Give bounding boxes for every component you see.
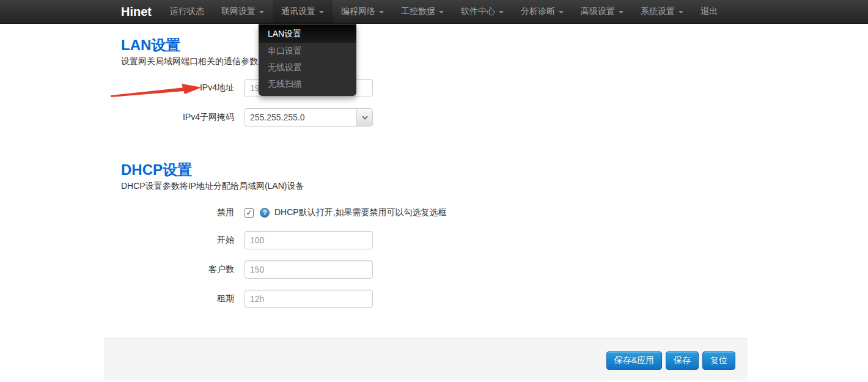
nav-item-label: 通讯设置 bbox=[281, 6, 315, 17]
reset-button[interactable]: 复位 bbox=[702, 351, 735, 370]
nav-item-logout[interactable]: 退出 bbox=[692, 0, 726, 23]
caret-down-icon bbox=[259, 11, 264, 13]
dhcp-disable-label: 禁用 bbox=[121, 207, 234, 218]
dropdown-item-lan-settings[interactable]: LAN设置 bbox=[259, 25, 356, 43]
nav-item-communication-settings[interactable]: 通讯设置 bbox=[273, 0, 333, 23]
dhcp-lease-input[interactable] bbox=[245, 290, 373, 308]
save-and-apply-button[interactable]: 保存&应用 bbox=[606, 351, 662, 370]
caret-down-icon bbox=[319, 11, 324, 13]
dhcp-disable-help-text: DHCP默认打开,如果需要禁用可以勾选复选框 bbox=[274, 207, 447, 218]
main-content: LAN设置 设置网关局域网端口相关的通信参数 IPv4地址 IPv4子网掩码 2… bbox=[104, 24, 748, 380]
dropdown-item-wireless-scan[interactable]: 无线扫描 bbox=[259, 76, 356, 92]
brand-logo[interactable]: Hinet bbox=[121, 0, 152, 23]
nav-item-label: 分析诊断 bbox=[521, 6, 555, 17]
dhcp-clients-row: 客户数 bbox=[121, 260, 748, 279]
nav-item-label: 编程网络 bbox=[341, 6, 375, 17]
nav-item-status[interactable]: 运行状态 bbox=[161, 0, 213, 23]
ipv4-netmask-select[interactable]: 255.255.255.0 bbox=[245, 108, 373, 127]
ipv4-netmask-value: 255.255.255.0 bbox=[245, 109, 356, 126]
dhcp-lease-label: 租期 bbox=[121, 293, 234, 304]
ipv4-address-row: IPv4地址 bbox=[121, 79, 748, 97]
nav-item-industrial-data[interactable]: 工控数据 bbox=[392, 0, 452, 23]
red-annotation-arrow bbox=[109, 82, 207, 99]
dhcp-start-row: 开始 bbox=[121, 231, 748, 249]
nav-item-programming-network[interactable]: 编程网络 bbox=[333, 0, 392, 23]
nav-item-system-settings[interactable]: 系统设置 bbox=[632, 0, 692, 23]
dropdown-item-wireless-settings[interactable]: 无线设置 bbox=[259, 59, 356, 76]
dhcp-disable-row: 禁用 ✓ ? DHCP默认打开,如果需要禁用可以勾选复选框 bbox=[121, 207, 748, 218]
dhcp-clients-input[interactable] bbox=[245, 260, 373, 279]
top-navbar: Hinet 运行状态 联网设置 通讯设置 编程网络 工控数据 软件中心 分析诊断… bbox=[0, 0, 868, 24]
communication-settings-dropdown: LAN设置 串口设置 无线设置 无线扫描 bbox=[259, 24, 356, 96]
help-question-icon: ? bbox=[260, 208, 270, 218]
nav-item-label: 退出 bbox=[701, 6, 718, 17]
lan-section-title: LAN设置 bbox=[121, 37, 748, 54]
action-bar: 保存&应用 保存 复位 bbox=[104, 338, 748, 380]
dhcp-start-input[interactable] bbox=[245, 231, 373, 249]
dhcp-clients-label: 客户数 bbox=[121, 264, 234, 275]
save-button[interactable]: 保存 bbox=[666, 351, 699, 370]
nav-item-network-settings[interactable]: 联网设置 bbox=[213, 0, 273, 23]
lan-section-subtitle: 设置网关局域网端口相关的通信参数 bbox=[121, 56, 748, 66]
nav-item-label: 运行状态 bbox=[170, 6, 204, 17]
ipv4-netmask-row: IPv4子网掩码 255.255.255.0 bbox=[121, 108, 748, 127]
dhcp-settings-section: DHCP设置 DHCP设置参数将IP地址分配给局域网(LAN)设备 禁用 ✓ ?… bbox=[104, 161, 748, 308]
dhcp-lease-row: 租期 bbox=[121, 290, 748, 308]
dhcp-section-subtitle: DHCP设置参数将IP地址分配给局域网(LAN)设备 bbox=[121, 181, 748, 191]
dropdown-item-serial-settings[interactable]: 串口设置 bbox=[259, 43, 356, 59]
dhcp-disable-checkbox[interactable]: ✓ bbox=[245, 208, 254, 218]
caret-down-icon bbox=[439, 11, 444, 13]
nav-item-label: 系统设置 bbox=[641, 6, 675, 17]
caret-down-icon bbox=[619, 11, 623, 13]
nav-item-label: 软件中心 bbox=[461, 6, 495, 17]
dhcp-start-label: 开始 bbox=[121, 235, 234, 246]
nav-item-software-center[interactable]: 软件中心 bbox=[452, 0, 512, 23]
nav-item-advanced-settings[interactable]: 高级设置 bbox=[572, 0, 632, 23]
nav-item-label: 高级设置 bbox=[581, 6, 615, 17]
caret-down-icon bbox=[379, 11, 384, 13]
ipv4-netmask-label: IPv4子网掩码 bbox=[121, 112, 234, 123]
dhcp-section-title: DHCP设置 bbox=[121, 161, 748, 178]
chevron-down-icon[interactable] bbox=[356, 109, 372, 126]
nav-item-label: 工控数据 bbox=[401, 6, 435, 17]
caret-down-icon bbox=[679, 11, 683, 13]
checkmark-icon: ✓ bbox=[246, 209, 252, 216]
caret-down-icon bbox=[559, 11, 564, 13]
nav-item-label: 联网设置 bbox=[221, 6, 256, 17]
caret-down-icon bbox=[499, 11, 504, 13]
nav-item-analysis-diagnosis[interactable]: 分析诊断 bbox=[512, 0, 572, 23]
